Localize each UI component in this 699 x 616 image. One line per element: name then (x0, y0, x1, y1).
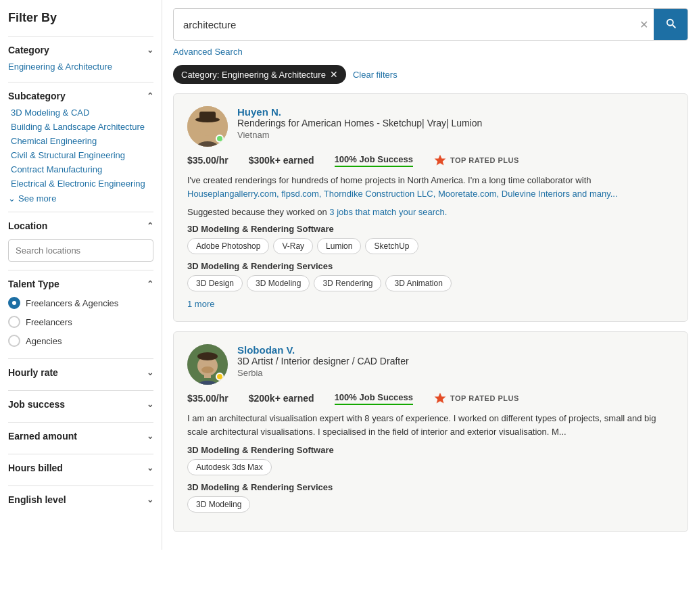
top-rated-icon (433, 153, 447, 167)
radio-selected-icon (8, 297, 20, 309)
subcategory-item-3d-modeling[interactable]: 3D Modeling & CAD (8, 105, 153, 120)
subcategory-item-contract[interactable]: Contract Manufacturing (8, 162, 153, 176)
skills-section-2a: 3D Modeling & Rendering Software Autodes… (187, 445, 674, 475)
top-rated-icon (433, 392, 447, 405)
active-filter-tag: Category: Engineering & Architecture ✕ (173, 65, 346, 84)
chevron-down-icon: ⌄ (147, 368, 153, 377)
freelancer-name-1[interactable]: Huyen N. (237, 106, 674, 118)
chevron-up-icon: ⌃ (147, 91, 153, 101)
job-success-1: 100% Job Success (335, 154, 413, 167)
radio-unselected-icon (8, 316, 20, 328)
skill-tag[interactable]: Autodesk 3ds Max (187, 459, 272, 475)
hourly-rate-1: $35.00/hr (187, 155, 228, 166)
svg-marker-6 (435, 155, 446, 166)
freelancer-location-1: Vietnam (237, 130, 674, 140)
description-2: I am an architectural visualisation expe… (187, 412, 674, 438)
skills-title-1a: 3D Modeling & Rendering Software (187, 224, 674, 234)
skills-section-1a: 3D Modeling & Rendering Software Adobe P… (187, 224, 674, 254)
chevron-down-icon: ⌄ (147, 495, 153, 504)
search-button[interactable] (654, 9, 688, 40)
chevron-up-icon: ⌃ (147, 221, 153, 231)
talent-type-option-freelancers-agencies[interactable]: Freelancers & Agencies (8, 293, 153, 312)
skills-tags-2a: Autodesk 3ds Max (187, 459, 674, 475)
svg-point-13 (216, 373, 223, 380)
skill-tag[interactable]: 3D Design (187, 275, 243, 291)
filter-subcategory: Subcategory ⌃ 3D Modeling & CAD Building… (8, 82, 153, 212)
freelancer-info-1: Huyen N. Renderings for American Homes -… (237, 106, 674, 140)
talent-type-options: Freelancers & Agencies Freelancers Agenc… (8, 293, 153, 350)
skill-tag[interactable]: 3D Animation (385, 275, 451, 291)
search-input[interactable] (174, 11, 634, 39)
skill-tag[interactable]: Lumion (317, 238, 361, 254)
advanced-search-link[interactable]: Advanced Search (173, 47, 243, 57)
subcategory-item-civil[interactable]: Civil & Structural Engineering (8, 148, 153, 162)
category-selected-item[interactable]: Engineering & Architecture (8, 60, 153, 74)
filter-location: Location ⌃ (8, 212, 153, 270)
subcategory-item-chemical[interactable]: Chemical Engineering (8, 134, 153, 148)
skill-tag[interactable]: SketchUp (365, 238, 418, 254)
svg-point-11 (197, 352, 218, 360)
skills-title-2b: 3D Modeling & Rendering Services (187, 482, 674, 492)
skill-tag[interactable]: 3D Modeling (247, 275, 310, 291)
skill-tag[interactable]: V-Ray (273, 238, 313, 254)
filter-hours-billed: Hours billed ⌄ (8, 454, 153, 485)
freelancer-location-2: Serbia (237, 368, 674, 378)
search-bar: ✕ (173, 8, 688, 41)
clear-filters-link[interactable]: Clear filters (353, 70, 397, 80)
hours-billed-filter-header[interactable]: Hours billed ⌄ (8, 463, 153, 473)
skills-tags-1b: 3D Design 3D Modeling 3D Rendering 3D An… (187, 275, 674, 291)
talent-type-filter-header[interactable]: Talent Type ⌃ (8, 279, 153, 289)
remove-filter-icon[interactable]: ✕ (330, 69, 338, 80)
freelancer-card-2: Slobodan V. 3D Artist / Interior designe… (173, 331, 688, 532)
skills-tags-1a: Adobe Photoshop V-Ray Lumion SketchUp (187, 238, 674, 254)
avatar (187, 106, 228, 147)
freelancer-title-2: 3D Artist / Interior designer / CAD Draf… (237, 356, 674, 366)
talent-type-option-freelancers[interactable]: Freelancers (8, 312, 153, 331)
chevron-up-icon: ⌃ (147, 279, 153, 289)
skill-tag[interactable]: 3D Rendering (314, 275, 381, 291)
more-skills-link-1[interactable]: 1 more (187, 299, 214, 309)
subcategory-item-building[interactable]: Building & Landscape Architecture (8, 120, 153, 134)
active-filter-tags: Category: Engineering & Architecture ✕ C… (173, 65, 688, 84)
sidebar-title: Filter By (8, 11, 153, 25)
svg-point-5 (216, 135, 223, 142)
subcategory-filter-header[interactable]: Subcategory ⌃ (8, 91, 153, 101)
location-search-container (8, 235, 153, 262)
job-success-filter-header[interactable]: Job success ⌄ (8, 399, 153, 410)
earned-amount-filter-header[interactable]: Earned amount ⌄ (8, 431, 153, 442)
stats-row-1: $35.00/hr $300k+ earned 100% Job Success… (187, 153, 674, 167)
svg-rect-4 (199, 112, 216, 120)
location-filter-header[interactable]: Location ⌃ (8, 220, 153, 231)
suggested-link-1[interactable]: 3 jobs that match your search. (329, 207, 447, 217)
stats-row-2: $35.00/hr $200k+ earned 100% Job Success… (187, 392, 674, 405)
freelancer-name-2[interactable]: Slobodan V. (237, 344, 674, 356)
filter-english-level: English level ⌄ (8, 485, 153, 517)
earned-2: $200k+ earned (249, 393, 314, 404)
chevron-down-icon: ⌄ (8, 193, 16, 204)
talent-type-option-agencies[interactable]: Agencies (8, 331, 153, 350)
filter-earned-amount: Earned amount ⌄ (8, 422, 153, 454)
skills-tags-2b: 3D Modeling (187, 496, 674, 513)
filter-hourly-rate: Hourly rate ⌄ (8, 358, 153, 390)
chevron-down-icon: ⌄ (147, 400, 153, 409)
hourly-rate-filter-header[interactable]: Hourly rate ⌄ (8, 367, 153, 378)
location-search-input[interactable] (8, 239, 153, 262)
chevron-down-icon: ⌄ (147, 431, 153, 441)
english-level-filter-header[interactable]: English level ⌄ (8, 494, 153, 505)
sidebar: Filter By Category ⌄ Engineering & Archi… (0, 0, 162, 550)
hourly-rate-2: $35.00/hr (187, 393, 228, 404)
skills-section-1b: 3D Modeling & Rendering Services 3D Desi… (187, 261, 674, 291)
freelancer-title-1: Renderings for American Homes - Sketchup… (237, 118, 674, 128)
job-success-2: 100% Job Success (335, 392, 413, 405)
subcategory-item-electrical[interactable]: Electrical & Electronic Engineering (8, 176, 153, 191)
skill-tag[interactable]: 3D Modeling (187, 496, 250, 513)
clear-search-icon[interactable]: ✕ (634, 18, 654, 31)
skill-tag[interactable]: Adobe Photoshop (187, 238, 269, 254)
see-more-button[interactable]: ⌄ See more (8, 193, 153, 204)
category-filter-header[interactable]: Category ⌄ (8, 45, 153, 55)
top-rated-badge-2: TOP RATED PLUS (433, 392, 519, 405)
chevron-down-icon: ⌄ (147, 45, 153, 55)
avatar-2 (187, 344, 228, 385)
description-link[interactable]: Houseplangallerry.com, flpsd.com, Thornd… (187, 189, 618, 199)
freelancer-card-1: Huyen N. Renderings for American Homes -… (173, 93, 688, 322)
